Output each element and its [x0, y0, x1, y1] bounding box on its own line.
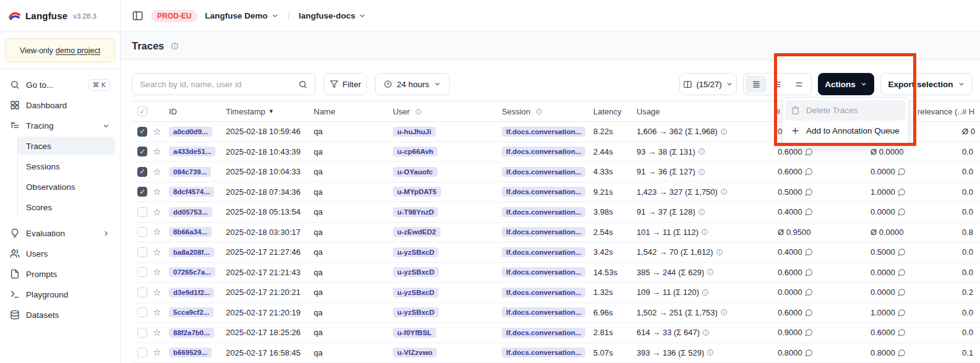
trace-id-badge[interactable]: dd05753... — [169, 207, 212, 217]
sidebar-item-dashboard[interactable]: Dashboard — [5, 96, 115, 114]
col-header-score4[interactable]: # H — [962, 107, 980, 116]
bookmark-star-icon[interactable]: ☆ — [153, 267, 161, 278]
sidebar-item-traces[interactable]: Traces — [17, 137, 115, 155]
user-badge[interactable]: u-yzSBxcD — [393, 267, 439, 277]
table-row[interactable]: ☆ 88f2a7b0... 2025-02-17 18:25:26 qa u-f… — [132, 323, 980, 343]
row-checkbox[interactable] — [137, 227, 147, 237]
trace-id-badge[interactable]: 8dcf4574... — [169, 187, 214, 197]
bookmark-star-icon[interactable]: ☆ — [153, 307, 161, 318]
sidebar-item-datasets[interactable]: Datasets — [5, 305, 115, 324]
row-checkbox[interactable] — [137, 307, 147, 317]
row-height-large-button[interactable] — [788, 75, 809, 93]
row-checkbox[interactable]: ✓ — [137, 187, 147, 197]
bookmark-star-icon[interactable]: ☆ — [153, 126, 161, 137]
user-badge[interactable]: u-yzSBxcD — [393, 288, 439, 297]
time-range-button[interactable]: 24 hours — [375, 73, 450, 95]
sidebar-item-prompts[interactable]: Prompts — [5, 265, 115, 283]
project-breadcrumb[interactable]: langfuse-docs — [299, 11, 367, 20]
sidebar-item-goto[interactable]: Go to...⌘ K — [5, 75, 115, 94]
session-badge[interactable]: lf.docs.conversation... — [502, 167, 585, 177]
row-checkbox[interactable]: ✓ — [137, 167, 147, 177]
session-badge[interactable]: lf.docs.conversation... — [502, 187, 585, 197]
bookmark-star-icon[interactable]: ☆ — [153, 287, 161, 298]
session-badge[interactable]: lf.docs.conversation... — [502, 307, 585, 317]
session-badge[interactable]: lf.docs.conversation... — [502, 328, 585, 338]
col-header-usage[interactable]: Usage — [637, 107, 774, 116]
export-selection-button[interactable]: Export selection — [880, 73, 973, 95]
row-checkbox[interactable] — [137, 207, 147, 217]
trace-id-badge[interactable]: 07265c7a... — [169, 267, 215, 277]
menu-item-delete-traces[interactable]: Delete Traces — [785, 100, 906, 121]
row-checkbox[interactable] — [137, 348, 147, 357]
trace-id-badge[interactable]: 88f2a7b0... — [169, 328, 214, 338]
bookmark-star-icon[interactable]: ☆ — [153, 226, 161, 237]
row-height-medium-button[interactable] — [767, 75, 788, 93]
trace-id-badge[interactable]: d3e9d1f2... — [169, 288, 214, 297]
table-row[interactable]: ☆ dd05753... 2025-02-18 05:13:54 qa u-T9… — [132, 202, 980, 223]
user-badge[interactable]: u-OYauofc — [393, 167, 437, 177]
table-row[interactable]: ☆ 8b66a34... 2025-02-18 03:30:17 qa u-zE… — [132, 223, 980, 243]
actions-button[interactable]: Actions — [818, 73, 874, 95]
col-header-latency[interactable]: Latency — [593, 107, 637, 116]
row-height-compact-button[interactable] — [746, 75, 767, 93]
sidebar-item-observations[interactable]: Observations — [17, 177, 115, 196]
bookmark-star-icon[interactable]: ☆ — [153, 166, 161, 177]
session-badge[interactable]: lf.docs.conversation... — [502, 288, 585, 297]
session-badge[interactable]: lf.docs.conversation... — [502, 227, 585, 237]
bookmark-star-icon[interactable]: ☆ — [153, 247, 161, 258]
session-badge[interactable]: lf.docs.conversation... — [502, 127, 585, 137]
col-header-id[interactable]: ID — [169, 107, 226, 116]
org-breadcrumb[interactable]: Langfuse Demo — [205, 11, 278, 20]
user-badge[interactable]: u-yzSBxcD — [393, 247, 439, 257]
col-header-user[interactable]: User — [393, 107, 502, 116]
col-header-timestamp[interactable]: Timestamp▼ — [226, 107, 314, 116]
session-badge[interactable]: lf.docs.conversation... — [502, 147, 585, 156]
trace-id-badge[interactable]: 8b66a34... — [169, 227, 212, 237]
user-badge[interactable]: u-f0YfBSL — [393, 328, 436, 338]
row-checkbox[interactable] — [137, 267, 147, 277]
demo-project-link[interactable]: demo project — [56, 46, 100, 55]
table-row[interactable]: ☆ d3e9d1f2... 2025-02-17 21:20:21 qa u-y… — [132, 283, 980, 303]
user-badge[interactable]: u-yzSBxcD — [393, 307, 439, 317]
table-row[interactable]: ☆ ba8a208f... 2025-02-17 21:27:46 qa u-y… — [132, 242, 980, 263]
bookmark-star-icon[interactable]: ☆ — [153, 207, 161, 218]
bookmark-star-icon[interactable]: ☆ — [153, 186, 161, 197]
col-header-session[interactable]: Session — [502, 107, 593, 116]
table-row[interactable]: ✓ ☆ 084c739... 2025-02-18 10:04:33 qa u-… — [132, 162, 980, 182]
trace-id-badge[interactable]: 5cca9cf2... — [169, 307, 213, 317]
menu-item-add-to-annotation-queue[interactable]: Add to Annotation Queue — [785, 121, 906, 141]
user-badge[interactable]: u-VIZzvwo — [393, 348, 437, 357]
search-input[interactable] — [140, 80, 293, 89]
row-checkbox[interactable]: ✓ — [137, 127, 147, 137]
sidebar-item-users[interactable]: Users — [5, 244, 115, 263]
session-badge[interactable]: lf.docs.conversation... — [502, 207, 585, 217]
user-badge[interactable]: u-MYpDAT5 — [393, 187, 441, 197]
row-checkbox[interactable] — [137, 288, 147, 297]
trace-id-badge[interactable]: 084c739... — [169, 167, 211, 177]
user-badge[interactable]: u-zEwdED2 — [393, 227, 441, 237]
trace-id-badge[interactable]: a0cd0d9... — [169, 127, 212, 137]
select-all-checkbox[interactable]: ✓ — [137, 106, 147, 116]
row-checkbox[interactable] — [137, 328, 147, 338]
col-header-name[interactable]: Name — [314, 107, 393, 116]
trace-id-badge[interactable]: ba8a208f... — [169, 247, 214, 257]
session-badge[interactable]: lf.docs.conversation... — [502, 348, 585, 357]
sidebar-item-sessions[interactable]: Sessions — [17, 157, 115, 176]
search-icon[interactable] — [293, 80, 315, 89]
trace-id-badge[interactable]: a433de51... — [169, 147, 215, 156]
row-checkbox[interactable] — [137, 247, 147, 257]
bookmark-star-icon[interactable]: ☆ — [153, 347, 161, 358]
user-badge[interactable]: u-T98YnzD — [393, 207, 438, 217]
session-badge[interactable]: lf.docs.conversation... — [502, 267, 585, 277]
table-row[interactable]: ☆ 07265c7a... 2025-02-17 21:21:43 qa u-y… — [132, 263, 980, 283]
sidebar-item-playground[interactable]: Playground — [5, 285, 115, 304]
column-visibility-button[interactable]: (15/27) — [679, 73, 737, 95]
bookmark-star-icon[interactable]: ☆ — [153, 146, 161, 157]
table-row[interactable]: ☆ b669529... 2025-02-17 16:58:45 qa u-VI… — [132, 343, 980, 363]
user-badge[interactable]: u-cp66Avh — [393, 147, 437, 156]
table-row[interactable]: ✓ ☆ 8dcf4574... 2025-02-18 07:34:36 qa u… — [132, 182, 980, 203]
col-header-relevance[interactable]: relevance (... — [918, 107, 962, 116]
sidebar-toggle-icon[interactable] — [132, 10, 144, 22]
sidebar-item-scores[interactable]: Scores — [17, 198, 115, 216]
user-badge[interactable]: u-huJhuJi — [393, 127, 436, 137]
